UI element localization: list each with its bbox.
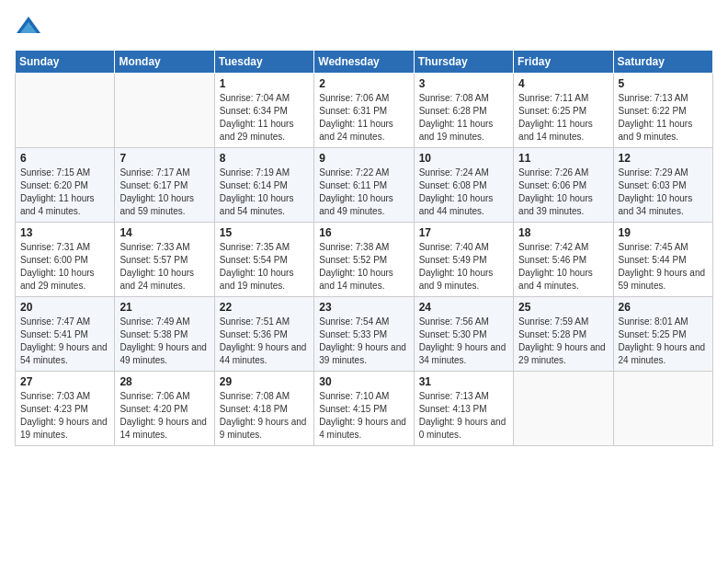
weekday-header: Friday <box>514 51 613 74</box>
calendar-cell: 20Sunrise: 7:47 AM Sunset: 5:41 PM Dayli… <box>16 297 115 372</box>
day-number: 2 <box>319 77 408 90</box>
day-number: 20 <box>20 301 109 314</box>
day-info: Sunrise: 7:08 AM Sunset: 6:28 PM Dayligh… <box>419 92 508 144</box>
day-number: 5 <box>619 77 708 90</box>
calendar-cell: 10Sunrise: 7:24 AM Sunset: 6:08 PM Dayli… <box>414 148 513 223</box>
day-number: 12 <box>619 152 708 165</box>
calendar-cell: 23Sunrise: 7:54 AM Sunset: 5:33 PM Dayli… <box>314 297 414 372</box>
day-info: Sunrise: 7:47 AM Sunset: 5:41 PM Dayligh… <box>20 316 109 367</box>
day-info: Sunrise: 7:06 AM Sunset: 6:31 PM Dayligh… <box>319 92 408 144</box>
calendar-cell: 2Sunrise: 7:06 AM Sunset: 6:31 PM Daylig… <box>314 74 414 148</box>
day-number: 28 <box>119 375 209 388</box>
day-info: Sunrise: 7:31 AM Sunset: 6:00 PM Dayligh… <box>20 241 109 293</box>
day-number: 9 <box>319 152 408 165</box>
calendar-cell: 1Sunrise: 7:04 AM Sunset: 6:34 PM Daylig… <box>214 74 313 148</box>
day-info: Sunrise: 7:42 AM Sunset: 5:46 PM Dayligh… <box>518 241 608 293</box>
day-info: Sunrise: 7:04 AM Sunset: 6:34 PM Dayligh… <box>220 92 309 144</box>
calendar-cell: 12Sunrise: 7:29 AM Sunset: 6:03 PM Dayli… <box>613 148 712 223</box>
calendar-cell: 30Sunrise: 7:10 AM Sunset: 4:15 PM Dayli… <box>314 372 414 446</box>
day-info: Sunrise: 7:06 AM Sunset: 4:20 PM Dayligh… <box>119 390 209 442</box>
day-info: Sunrise: 7:54 AM Sunset: 5:33 PM Dayligh… <box>319 316 408 367</box>
day-info: Sunrise: 7:11 AM Sunset: 6:25 PM Dayligh… <box>518 92 608 144</box>
calendar-cell: 28Sunrise: 7:06 AM Sunset: 4:20 PM Dayli… <box>115 372 214 446</box>
day-number: 4 <box>518 77 608 90</box>
day-info: Sunrise: 7:19 AM Sunset: 6:14 PM Dayligh… <box>220 167 309 218</box>
day-info: Sunrise: 7:24 AM Sunset: 6:08 PM Dayligh… <box>419 167 508 218</box>
calendar-cell: 13Sunrise: 7:31 AM Sunset: 6:00 PM Dayli… <box>16 223 115 297</box>
day-info: Sunrise: 7:22 AM Sunset: 6:11 PM Dayligh… <box>319 167 408 218</box>
calendar-cell: 31Sunrise: 7:13 AM Sunset: 4:13 PM Dayli… <box>414 372 513 446</box>
day-info: Sunrise: 7:38 AM Sunset: 5:52 PM Dayligh… <box>319 241 408 293</box>
day-info: Sunrise: 7:03 AM Sunset: 4:23 PM Dayligh… <box>20 390 109 442</box>
day-number: 17 <box>419 226 508 239</box>
calendar-week-row: 1Sunrise: 7:04 AM Sunset: 6:34 PM Daylig… <box>16 74 713 148</box>
day-number: 31 <box>419 375 508 388</box>
day-number: 1 <box>220 77 309 90</box>
day-number: 26 <box>619 301 708 314</box>
day-number: 6 <box>20 152 109 165</box>
day-info: Sunrise: 8:01 AM Sunset: 5:25 PM Dayligh… <box>619 316 708 367</box>
day-number: 8 <box>220 152 309 165</box>
calendar-cell: 8Sunrise: 7:19 AM Sunset: 6:14 PM Daylig… <box>214 148 313 223</box>
weekday-header: Tuesday <box>214 51 313 74</box>
calendar-cell: 5Sunrise: 7:13 AM Sunset: 6:22 PM Daylig… <box>613 74 712 148</box>
day-number: 13 <box>20 226 109 239</box>
calendar-cell: 6Sunrise: 7:15 AM Sunset: 6:20 PM Daylig… <box>16 148 115 223</box>
day-info: Sunrise: 7:56 AM Sunset: 5:30 PM Dayligh… <box>419 316 508 367</box>
logo <box>15 15 46 42</box>
calendar-cell: 3Sunrise: 7:08 AM Sunset: 6:28 PM Daylig… <box>414 74 513 148</box>
calendar-cell: 18Sunrise: 7:42 AM Sunset: 5:46 PM Dayli… <box>514 223 613 297</box>
weekday-header: Thursday <box>414 51 513 74</box>
day-number: 27 <box>20 375 109 388</box>
day-info: Sunrise: 7:10 AM Sunset: 4:15 PM Dayligh… <box>319 390 408 442</box>
calendar-cell: 25Sunrise: 7:59 AM Sunset: 5:28 PM Dayli… <box>514 297 613 372</box>
weekday-header: Saturday <box>613 51 712 74</box>
calendar-cell: 19Sunrise: 7:45 AM Sunset: 5:44 PM Dayli… <box>613 223 712 297</box>
day-info: Sunrise: 7:17 AM Sunset: 6:17 PM Dayligh… <box>119 167 209 218</box>
day-info: Sunrise: 7:13 AM Sunset: 6:22 PM Dayligh… <box>619 92 708 144</box>
day-number: 15 <box>220 226 309 239</box>
day-number: 7 <box>119 152 209 165</box>
calendar-cell: 9Sunrise: 7:22 AM Sunset: 6:11 PM Daylig… <box>314 148 414 223</box>
calendar-cell: 14Sunrise: 7:33 AM Sunset: 5:57 PM Dayli… <box>115 223 214 297</box>
day-number: 30 <box>319 375 408 388</box>
calendar-week-row: 20Sunrise: 7:47 AM Sunset: 5:41 PM Dayli… <box>16 297 713 372</box>
calendar-cell: 26Sunrise: 8:01 AM Sunset: 5:25 PM Dayli… <box>613 297 712 372</box>
calendar-cell <box>16 74 115 148</box>
day-info: Sunrise: 7:13 AM Sunset: 4:13 PM Dayligh… <box>419 390 508 442</box>
logo-icon <box>15 15 42 42</box>
day-number: 19 <box>619 226 708 239</box>
day-number: 3 <box>419 77 508 90</box>
day-info: Sunrise: 7:33 AM Sunset: 5:57 PM Dayligh… <box>119 241 209 293</box>
day-number: 22 <box>220 301 309 314</box>
day-info: Sunrise: 7:35 AM Sunset: 5:54 PM Dayligh… <box>220 241 309 293</box>
calendar-cell <box>115 74 214 148</box>
header-row: SundayMondayTuesdayWednesdayThursdayFrid… <box>16 51 713 74</box>
day-info: Sunrise: 7:08 AM Sunset: 4:18 PM Dayligh… <box>220 390 309 442</box>
day-number: 29 <box>220 375 309 388</box>
day-number: 14 <box>119 226 209 239</box>
calendar-table: SundayMondayTuesdayWednesdayThursdayFrid… <box>15 50 713 446</box>
day-number: 16 <box>319 226 408 239</box>
day-number: 11 <box>518 152 608 165</box>
day-number: 23 <box>319 301 408 314</box>
day-info: Sunrise: 7:29 AM Sunset: 6:03 PM Dayligh… <box>619 167 708 218</box>
day-info: Sunrise: 7:45 AM Sunset: 5:44 PM Dayligh… <box>619 241 708 293</box>
calendar-cell: 17Sunrise: 7:40 AM Sunset: 5:49 PM Dayli… <box>414 223 513 297</box>
day-info: Sunrise: 7:40 AM Sunset: 5:49 PM Dayligh… <box>419 241 508 293</box>
weekday-header: Wednesday <box>314 51 414 74</box>
day-info: Sunrise: 7:59 AM Sunset: 5:28 PM Dayligh… <box>518 316 608 367</box>
calendar-cell: 4Sunrise: 7:11 AM Sunset: 6:25 PM Daylig… <box>514 74 613 148</box>
day-number: 24 <box>419 301 508 314</box>
calendar-cell <box>514 372 613 446</box>
day-number: 18 <box>518 226 608 239</box>
calendar-cell: 7Sunrise: 7:17 AM Sunset: 6:17 PM Daylig… <box>115 148 214 223</box>
calendar-cell: 27Sunrise: 7:03 AM Sunset: 4:23 PM Dayli… <box>16 372 115 446</box>
calendar-cell: 22Sunrise: 7:51 AM Sunset: 5:36 PM Dayli… <box>214 297 313 372</box>
day-info: Sunrise: 7:15 AM Sunset: 6:20 PM Dayligh… <box>20 167 109 218</box>
calendar-cell: 21Sunrise: 7:49 AM Sunset: 5:38 PM Dayli… <box>115 297 214 372</box>
weekday-header: Monday <box>115 51 214 74</box>
weekday-header: Sunday <box>16 51 115 74</box>
calendar-cell: 29Sunrise: 7:08 AM Sunset: 4:18 PM Dayli… <box>214 372 313 446</box>
calendar-cell <box>613 372 712 446</box>
